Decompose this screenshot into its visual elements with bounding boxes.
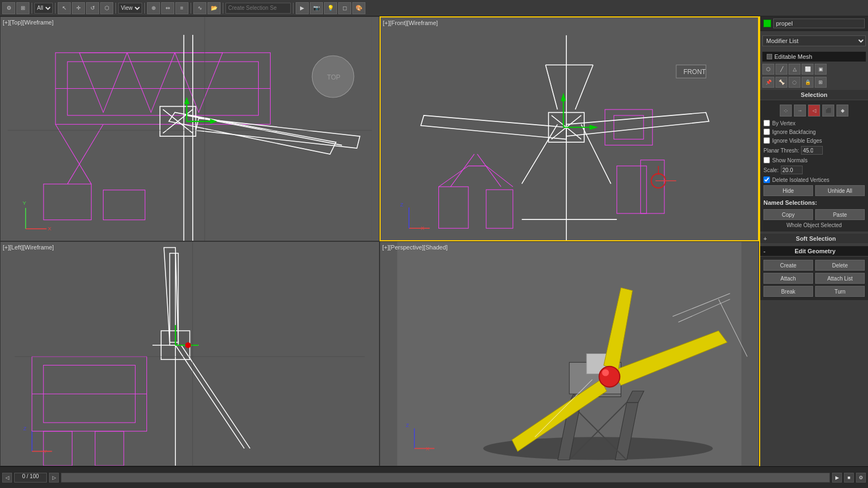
view-select[interactable]: View [118, 3, 142, 14]
scale-input[interactable] [781, 166, 803, 174]
face-mode-icon[interactable]: △ [788, 64, 800, 75]
tb-curve-btn[interactable]: ∿ [193, 2, 206, 14]
hide-button[interactable]: Hide [763, 185, 813, 196]
filter-select[interactable]: All [34, 3, 53, 14]
ignore-backfacing-label: Ignore Backfacing [772, 129, 816, 135]
turn-button[interactable]: Turn [815, 286, 865, 297]
break-button[interactable]: Break [763, 286, 813, 297]
poly-mode-icon[interactable]: ⬜ [802, 64, 814, 75]
svg-text:X: X [426, 446, 430, 452]
face-sel-icon[interactable]: ◁ [808, 105, 820, 117]
lock-icon[interactable]: 🔒 [802, 77, 814, 88]
ignore-backfacing-checkbox[interactable] [763, 129, 770, 135]
viewport-grid: [+][Top][Wireframe] [0, 16, 759, 466]
tb-sep-4 [144, 3, 145, 14]
transform-icons: 📌 🦴 ◌ 🔒 ⊞ [760, 76, 868, 89]
tl-play-btn[interactable]: ▶ [832, 473, 842, 483]
svg-text:Z: Z [406, 422, 409, 428]
tb-render-btn[interactable]: ▶ [296, 2, 309, 14]
tb-sep-1 [32, 3, 32, 14]
tb-scale-btn[interactable]: ⬡ [100, 2, 113, 14]
named-selections-header-row: Named Selections: [763, 197, 865, 208]
tl-stop-btn[interactable]: ■ [844, 473, 854, 483]
ignore-visible-edges-row: Ignore Visible Edges [763, 136, 865, 145]
tb-snap-btn[interactable]: ⊕ [147, 2, 160, 14]
pin-icon[interactable]: 📌 [762, 77, 774, 88]
dot-sel-icon[interactable]: ·:· [780, 105, 792, 117]
grid-icon[interactable]: ⊞ [815, 77, 827, 88]
selection-icons: ·:· → ◁ ⬛ ◆ [763, 102, 865, 119]
tb-obj-btn[interactable]: ◻ [338, 2, 351, 14]
viewport-top[interactable]: [+][Top][Wireframe] [0, 16, 380, 241]
tb-icon-1[interactable]: ⚙ [2, 2, 15, 14]
svg-text:Z: Z [400, 202, 404, 208]
object-name-input[interactable] [773, 19, 865, 28]
tb-cam-btn[interactable]: 📷 [310, 2, 323, 14]
lasso-icon[interactable]: ◌ [788, 77, 800, 88]
viewport-perspective[interactable]: [+][Perspective][Shaded] [380, 241, 759, 466]
timeline-track[interactable] [61, 473, 830, 483]
tb-icon-2[interactable]: ⊞ [16, 2, 29, 14]
by-vertex-checkbox[interactable] [763, 120, 770, 126]
frame-display: 0 / 100 [14, 473, 47, 483]
create-selection-input[interactable] [225, 3, 291, 14]
unhide-all-button[interactable]: Unhide All [815, 185, 865, 196]
viewport-front[interactable]: [+][Front][Wireframe] [380, 16, 759, 241]
selection-header-label: Selection [801, 91, 828, 98]
show-normals-checkbox[interactable] [763, 157, 770, 163]
edge-mode-icon[interactable]: ╱ [775, 64, 787, 75]
selection-header[interactable]: Selection [760, 90, 868, 100]
edit-geometry-label: Edit Geometry [794, 248, 835, 254]
tl-left-arrow[interactable]: ◁ [2, 473, 12, 483]
planar-thresh-row: Planar Thresh: [763, 145, 865, 156]
svg-rect-0 [8, 17, 372, 241]
svg-text:X: X [421, 225, 425, 231]
paste-button[interactable]: Paste [815, 209, 865, 220]
tb-light-btn[interactable]: 💡 [324, 2, 337, 14]
by-vertex-row: By Vertex [763, 119, 865, 127]
edit-geometry-header[interactable]: - Edit Geometry [760, 246, 868, 257]
create-button[interactable]: Create [763, 260, 813, 271]
vertex-mode-icon[interactable]: ⬡ [762, 64, 774, 75]
copy-paste-row: Copy Paste [763, 208, 865, 221]
tl-right-arrow[interactable]: ▷ [49, 473, 59, 483]
ignore-visible-edges-checkbox[interactable] [763, 137, 770, 144]
modifier-list-select[interactable]: Modifier List [762, 35, 866, 46]
ignore-visible-edges-label: Ignore Visible Edges [772, 138, 822, 144]
edit-geometry-section: - Edit Geometry Create Delete Attach Att… [760, 246, 868, 300]
break-turn-row: Break Turn [763, 285, 865, 298]
selection-section: Selection ·:· → ◁ ⬛ ◆ By Vertex [760, 90, 868, 231]
element-mode-icon[interactable]: ▣ [815, 64, 827, 75]
arrow-sel-icon[interactable]: → [794, 105, 806, 117]
delete-isolated-label: Delete Isolated Vertices [772, 177, 829, 183]
tb-rotate-btn[interactable]: ↺ [86, 2, 99, 14]
delete-isolated-checkbox[interactable] [763, 176, 770, 183]
svg-text:Y: Y [44, 448, 47, 454]
viewport-left-svg: LEFT Y Z [1, 242, 379, 466]
scale-label: Scale: [763, 167, 779, 173]
delete-isolated-row: Delete Isolated Vertices [763, 175, 865, 184]
delete-button[interactable]: Delete [815, 260, 865, 271]
planar-thresh-input[interactable] [801, 146, 823, 155]
tb-select-btn[interactable]: ↖ [58, 2, 71, 14]
attach-button[interactable]: Attach [763, 273, 813, 284]
soft-selection-label: Soft Selection [796, 235, 836, 242]
planar-thresh-label: Planar Thresh: [763, 148, 799, 154]
attach-list-button[interactable]: Attach List [815, 273, 865, 284]
tb-align-btn[interactable]: ≡ [175, 2, 188, 14]
tb-mat-btn[interactable]: 🎨 [352, 2, 365, 14]
selection-body: ·:· → ◁ ⬛ ◆ By Vertex Ignore Backfacing [760, 100, 868, 231]
bone-icon[interactable]: 🦴 [775, 77, 787, 88]
tb-open-btn[interactable]: 📂 [207, 2, 221, 14]
editable-mesh-item[interactable]: Editable Mesh [762, 52, 866, 62]
diamond-sel-icon[interactable]: ◆ [836, 105, 848, 117]
tb-move-btn[interactable]: ✛ [72, 2, 85, 14]
square-sel-icon[interactable]: ⬛ [822, 105, 834, 117]
right-panel: Modifier List Editable Mesh ⬡ ╱ △ ⬜ ▣ 📌 … [759, 16, 868, 466]
viewport-left[interactable]: [+][Left][Wireframe] [0, 241, 380, 466]
tb-mirror-btn[interactable]: ⇔ [161, 2, 174, 14]
copy-button[interactable]: Copy [763, 209, 813, 220]
tl-settings-btn[interactable]: ⚙ [856, 473, 866, 483]
create-delete-row: Create Delete [763, 259, 865, 272]
soft-selection-header[interactable]: + Soft Selection [760, 234, 868, 244]
